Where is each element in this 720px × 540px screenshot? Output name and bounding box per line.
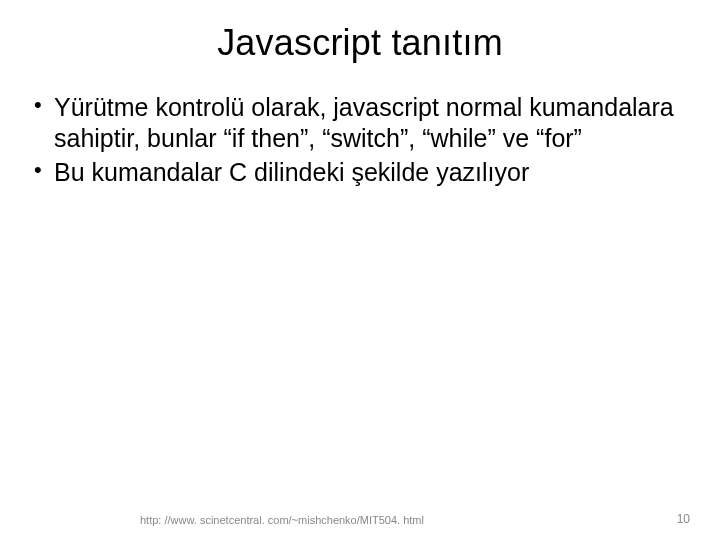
footer-url: http: //www. scinetcentral. com/~mishche…	[140, 514, 424, 526]
slide: Javascript tanıtım Yürütme kontrolü olar…	[0, 0, 720, 540]
bullet-list: Yürütme kontrolü olarak, javascript norm…	[28, 92, 692, 188]
page-title: Javascript tanıtım	[28, 22, 692, 64]
page-number: 10	[677, 512, 690, 526]
list-item: Bu kumandalar C dilindeki şekilde yazılı…	[28, 157, 692, 188]
list-item: Yürütme kontrolü olarak, javascript norm…	[28, 92, 692, 153]
